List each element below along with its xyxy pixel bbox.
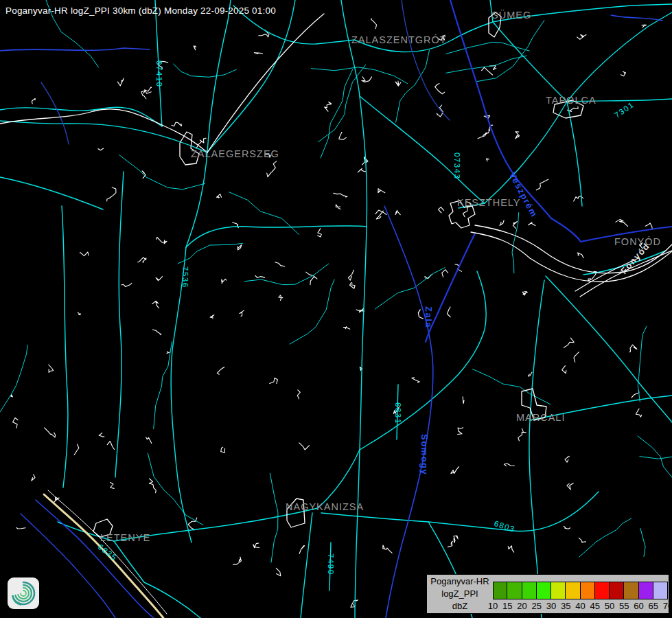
legend-swatch [581,582,595,599]
legend-product-name: logZ_PPI [427,588,493,600]
legend-tick: 70 [663,601,672,611]
legend-unit: dbZ [427,600,493,613]
legend-swatch [653,582,668,599]
city-label: MARCALI [516,412,565,423]
legend-tick: 30 [546,601,556,611]
legend-tick: 50 [605,601,614,611]
legend-colorbar [493,582,668,599]
legend-radar-name: Poganyvar-HR [427,575,493,588]
dbz-legend: Poganyvar-HR logZ_PPI dbZ 10152025303540… [426,574,669,614]
hungaromet-spiral-logo [8,577,39,609]
rivers-and-boundaries [0,0,672,618]
legend-swatch [595,582,610,599]
shorelines-railways [0,12,672,537]
legend-tick: 25 [532,601,542,611]
city-label: SÜMEG [491,10,531,21]
road-number-label: 7490 [327,553,335,575]
legend-tick: 15 [502,601,512,611]
legend-swatch [610,582,624,599]
radar-map-canvas [0,0,672,618]
road-network [0,0,672,618]
city-label: ZALAEGERSZEG [191,148,279,159]
spiral-icon [8,577,39,609]
water-boundary-label: Zala [424,306,434,328]
road-number-label: 7536 [181,266,189,288]
city-label: ZALASZENTGRÓT [351,34,447,45]
legend-tick: 10 [488,601,498,611]
road-number-label: 07410 [155,60,163,87]
legend-swatch [566,582,580,599]
legend-swatch [624,582,638,599]
city-label: TAPOLCA [546,95,596,106]
legend-tick: 65 [649,601,658,611]
legend-tick: 45 [590,601,600,611]
legend-swatch [507,582,522,599]
radar-map-viewport: Poganyvar-HR logZ_PPI 30km (dbZ) Monday … [0,0,672,618]
legend-tick: 40 [575,601,585,611]
legend-text-block: Poganyvar-HR logZ_PPI dbZ [427,575,493,613]
water-boundary-label: Somogy [419,434,430,475]
city-label: NAGYKANIZSA [286,501,364,512]
legend-tick: 20 [517,601,526,611]
road-number-label: 6831 [394,402,402,424]
city-label: LETENYE [100,532,150,543]
road-number-label: 07343 [453,152,461,179]
legend-swatch [537,582,551,599]
legend-tick: 60 [634,601,643,611]
radar-product-title: Poganyvar-HR logZ_PPI 30km (dbZ) Monday … [5,5,276,16]
legend-swatch [639,582,653,599]
legend-swatch [551,582,566,599]
legend-swatch [493,582,507,599]
city-label: FONYÓD [614,236,661,247]
legend-swatch [522,582,537,599]
legend-tick: 35 [561,601,570,611]
legend-tick: 55 [619,601,629,611]
city-label: KESZTHELY [457,197,521,208]
